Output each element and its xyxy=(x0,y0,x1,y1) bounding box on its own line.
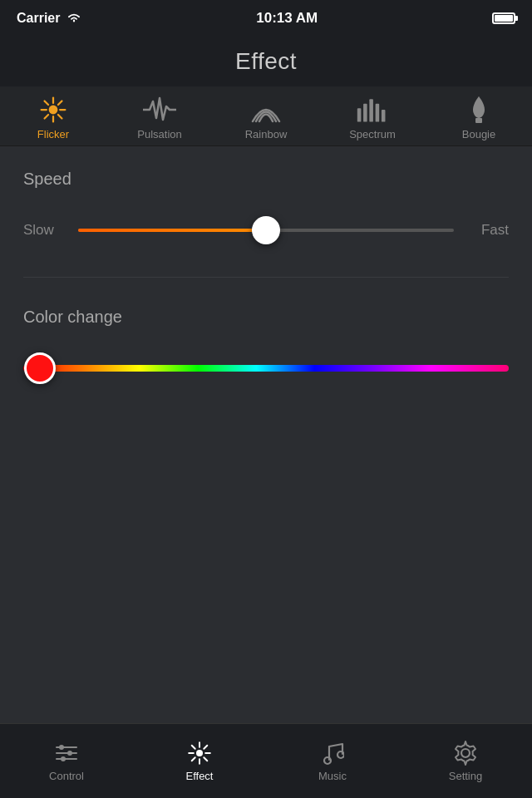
bottom-nav: Control Effect xyxy=(0,723,532,798)
status-time: 10:13 AM xyxy=(256,10,318,27)
svg-point-31 xyxy=(337,751,344,758)
status-carrier: Carrier xyxy=(17,11,81,26)
status-battery xyxy=(492,12,515,24)
music-icon xyxy=(319,740,346,766)
flicker-tab-icon xyxy=(37,95,70,125)
svg-rect-13 xyxy=(382,110,386,122)
speed-slider-fill xyxy=(78,229,266,232)
svg-line-26 xyxy=(192,746,195,749)
svg-rect-12 xyxy=(376,104,380,122)
color-slider-track xyxy=(23,365,509,372)
nav-effect-label: Effect xyxy=(185,770,213,782)
main-content: Speed Slow Fast Color change xyxy=(0,146,532,385)
speed-fast-label: Fast xyxy=(467,222,509,239)
effect-nav-icon xyxy=(186,740,213,766)
control-icon xyxy=(53,740,80,766)
svg-point-21 xyxy=(196,750,203,756)
flicker-tab-label: Flicker xyxy=(37,128,69,140)
svg-point-18 xyxy=(59,745,64,750)
svg-point-19 xyxy=(67,751,72,756)
svg-rect-11 xyxy=(369,99,373,121)
bougie-icon xyxy=(464,95,494,125)
pulsation-tab-label: Pulsation xyxy=(137,128,181,140)
svg-rect-9 xyxy=(357,108,362,121)
nav-item-effect[interactable]: Effect xyxy=(133,724,266,798)
setting-icon xyxy=(452,740,479,766)
rainbow-tab-icon xyxy=(249,95,283,125)
speed-title: Speed xyxy=(23,170,509,189)
color-slider-container[interactable] xyxy=(23,352,509,385)
tab-bougie[interactable]: Bougie xyxy=(426,95,532,140)
color-slider-thumb[interactable] xyxy=(24,352,56,384)
rainbow-icon xyxy=(249,95,283,125)
color-change-section: Color change xyxy=(23,308,509,385)
rainbow-tab-label: Rainbow xyxy=(245,128,288,140)
svg-point-0 xyxy=(49,106,58,115)
status-bar: Carrier 10:13 AM xyxy=(0,0,532,37)
speed-slider-thumb[interactable] xyxy=(252,216,280,244)
svg-point-30 xyxy=(324,757,331,764)
svg-line-7 xyxy=(58,101,62,106)
bougie-tab-label: Bougie xyxy=(462,128,495,140)
pulsation-icon xyxy=(143,95,176,125)
spectrum-tab-label: Spectrum xyxy=(349,128,396,140)
svg-rect-10 xyxy=(363,104,367,122)
bougie-tab-icon xyxy=(462,95,495,125)
tab-flicker[interactable]: Flicker xyxy=(0,95,106,140)
speed-section: Speed Slow Fast xyxy=(23,170,509,247)
svg-line-8 xyxy=(45,115,49,119)
nav-item-control[interactable]: Control xyxy=(0,724,133,798)
pulsation-tab-icon xyxy=(143,95,176,125)
nav-setting-label: Setting xyxy=(449,770,482,782)
svg-line-28 xyxy=(204,746,207,749)
svg-line-6 xyxy=(58,115,62,119)
effect-tabs: Flicker Pulsation Rainbow xyxy=(0,86,532,146)
svg-line-5 xyxy=(45,101,49,106)
speed-slider-container[interactable] xyxy=(78,214,454,247)
spectrum-icon xyxy=(356,95,389,125)
nav-control-label: Control xyxy=(49,770,84,782)
svg-line-27 xyxy=(204,757,207,761)
svg-line-29 xyxy=(192,757,195,761)
svg-rect-14 xyxy=(475,118,482,123)
speed-slow-label: Slow xyxy=(23,222,65,239)
section-divider xyxy=(23,277,509,278)
speed-slider-track xyxy=(78,229,454,232)
tab-rainbow[interactable]: Rainbow xyxy=(213,95,319,140)
battery-icon xyxy=(492,12,515,24)
svg-point-20 xyxy=(61,756,66,761)
tab-spectrum[interactable]: Spectrum xyxy=(319,95,426,140)
svg-point-32 xyxy=(461,749,470,757)
spectrum-tab-icon xyxy=(356,95,389,125)
nav-music-label: Music xyxy=(318,770,347,782)
tab-pulsation[interactable]: Pulsation xyxy=(106,95,213,140)
flicker-icon xyxy=(38,95,68,125)
page-title: Effect xyxy=(0,37,532,86)
wifi-icon xyxy=(66,12,81,24)
carrier-label: Carrier xyxy=(17,11,60,26)
nav-item-setting[interactable]: Setting xyxy=(399,724,532,798)
color-change-title: Color change xyxy=(23,308,509,327)
speed-slider-row: Slow Fast xyxy=(23,214,509,247)
nav-item-music[interactable]: Music xyxy=(266,724,399,798)
